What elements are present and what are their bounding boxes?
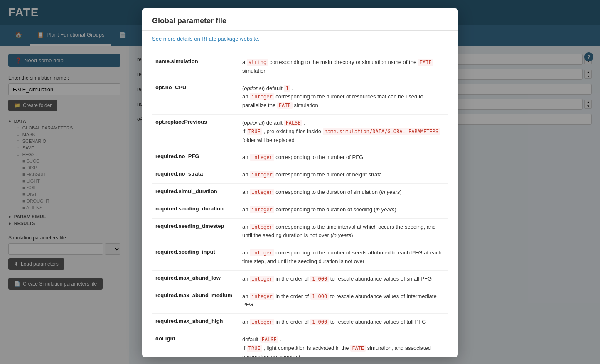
param-desc: an integer corresponding to the time int…	[239, 218, 448, 244]
param-name: doLight	[152, 331, 239, 357]
param-name: required.max_abund_low	[152, 270, 239, 288]
param-name: required.no_strata	[152, 166, 239, 184]
code-integer3: integer	[250, 171, 274, 178]
table-row: opt.replacePrevious (optional) default F…	[152, 114, 448, 149]
param-desc: an integer corresponding to the number o…	[239, 149, 448, 166]
param-desc: an integer corresponding to the number o…	[239, 166, 448, 184]
param-desc: an integer in the order of 1 000 to resc…	[239, 314, 448, 331]
param-desc: (optional) default 1 . an integer corres…	[239, 80, 448, 114]
table-row: required.seeding_input an integer corres…	[152, 244, 448, 271]
code-integer2: integer	[250, 154, 274, 161]
table-row: required.no_strata an integer correspond…	[152, 166, 448, 184]
code-integer1: integer	[250, 93, 274, 100]
param-desc: an integer in the order of 1 000 to resc…	[239, 270, 448, 288]
param-desc: an integer corresponding to the number o…	[239, 244, 448, 271]
code-integer10: integer	[250, 319, 274, 325]
code-true2: TRUE	[247, 345, 262, 352]
table-row: required.max_abund_high an integer in th…	[152, 314, 448, 331]
param-desc: default FALSE . If TRUE , light competit…	[239, 331, 448, 357]
table-row: name.simulation a string corresponding t…	[152, 54, 448, 80]
param-desc: an integer corresponding to the duration…	[239, 183, 448, 201]
param-name: opt.replacePrevious	[152, 114, 239, 149]
param-name: required.max_abund_medium	[152, 288, 239, 314]
table-row: required.max_abund_low an integer in the…	[152, 270, 448, 288]
code-1000c: 1 000	[310, 319, 329, 325]
table-row: required.seeding_duration an integer cor…	[152, 201, 448, 218]
param-name: required.seeding_duration	[152, 201, 239, 218]
param-name: name.simulation	[152, 54, 239, 80]
table-row: doLight default FALSE . If TRUE , light …	[152, 331, 448, 357]
code-fate3: FATE	[350, 345, 366, 352]
code-integer6: integer	[250, 224, 274, 230]
table-row: required.simul_duration an integer corre…	[152, 183, 448, 201]
code-integer7: integer	[250, 249, 274, 256]
param-desc: an integer in the order of 1 000 to resc…	[239, 288, 448, 314]
modal-rfate-link[interactable]: See more details on RFate package websit…	[142, 31, 458, 47]
param-name: required.seeding_timestep	[152, 218, 239, 244]
code-false1: FALSE	[284, 120, 302, 126]
code-1000b: 1 000	[310, 293, 329, 300]
param-desc: an integer corresponding to the duration…	[239, 201, 448, 218]
param-table: name.simulation a string corresponding t…	[152, 54, 448, 357]
table-row: required.no_PFG an integer corresponding…	[152, 149, 448, 166]
code-1: 1	[284, 85, 290, 92]
param-name: required.seeding_input	[152, 244, 239, 271]
param-name: required.simul_duration	[152, 183, 239, 201]
code-integer5: integer	[250, 206, 274, 213]
table-row: required.max_abund_medium an integer in …	[152, 288, 448, 314]
modal-dialog: Global parameter file See more details o…	[142, 8, 458, 357]
modal-title: Global parameter file	[142, 8, 458, 31]
code-string: string	[247, 59, 268, 66]
modal-body: name.simulation a string corresponding t…	[142, 47, 458, 357]
code-false2: FALSE	[260, 336, 278, 343]
code-integer9: integer	[250, 293, 274, 300]
code-integer4: integer	[250, 189, 274, 195]
table-row: opt.no_CPU (optional) default 1 . an int…	[152, 80, 448, 114]
param-desc: (optional) default FALSE . If TRUE , pre…	[239, 114, 448, 149]
code-fate2: FATE	[277, 102, 293, 109]
code-1000a: 1 000	[310, 276, 329, 282]
param-name: required.max_abund_high	[152, 314, 239, 331]
param-desc: a string corresponding to the main direc…	[239, 54, 448, 80]
param-name: required.no_PFG	[152, 149, 239, 166]
code-fate1: FATE	[418, 59, 433, 66]
table-row: required.seeding_timestep an integer cor…	[152, 218, 448, 244]
code-integer8: integer	[250, 276, 274, 282]
code-true1: TRUE	[247, 128, 262, 135]
code-path: name.simulation/DATA/GLOBAL_PARAMETERS	[323, 128, 440, 135]
param-name: opt.no_CPU	[152, 80, 239, 114]
modal-overlay[interactable]: Global parameter file See more details o…	[0, 0, 600, 364]
